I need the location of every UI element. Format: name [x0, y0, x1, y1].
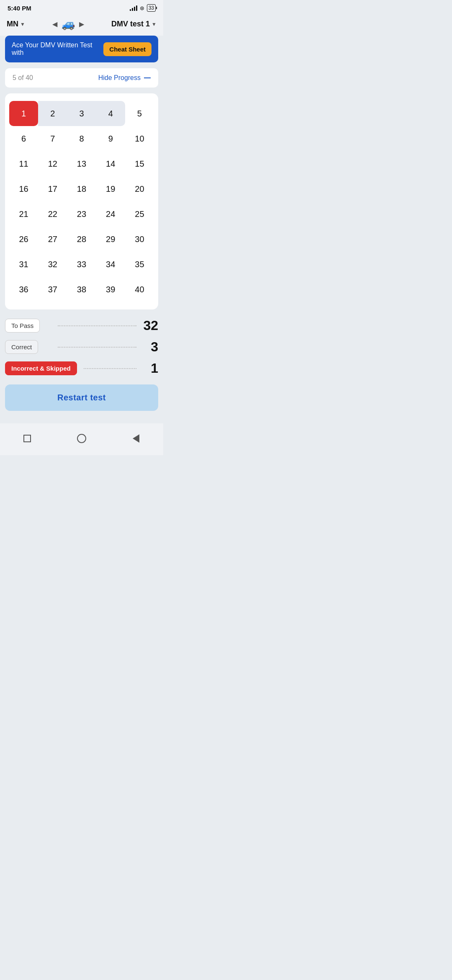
home-button[interactable]	[19, 430, 36, 447]
correct-label-container: Correct	[5, 340, 51, 354]
status-icons: ⊛ 33	[130, 4, 156, 12]
promo-banner: Ace Your DMV Written Test with Cheat She…	[5, 36, 158, 62]
cheat-sheet-button[interactable]: Cheat Sheet	[103, 42, 152, 56]
square-icon	[23, 435, 31, 442]
question-cell-37[interactable]: 37	[38, 277, 67, 302]
question-cell-32[interactable]: 32	[38, 252, 67, 277]
region-label: MN	[7, 20, 18, 28]
question-cell-38[interactable]: 38	[67, 277, 96, 302]
stats-section: To Pass 32 Correct 3 Incorrect & Skipped…	[5, 318, 158, 376]
status-bar: 5:40 PM ⊛ 33	[0, 0, 163, 14]
to-pass-button: To Pass	[5, 319, 40, 333]
question-cell-7[interactable]: 7	[38, 126, 67, 151]
question-cell-27[interactable]: 27	[38, 227, 67, 252]
hide-progress-dash-icon	[144, 77, 151, 78]
question-cell-1[interactable]: 1	[9, 101, 38, 126]
question-cell-16[interactable]: 16	[9, 176, 38, 201]
car-icon: 🚙	[62, 18, 75, 31]
question-cell-12[interactable]: 12	[38, 151, 67, 176]
to-pass-dots	[58, 325, 136, 326]
question-cell-8[interactable]: 8	[67, 126, 96, 151]
correct-value: 3	[143, 339, 158, 355]
incorrect-value: 1	[143, 361, 158, 376]
incorrect-row: Incorrect & Skipped 1	[5, 361, 158, 376]
question-cell-21[interactable]: 21	[9, 201, 38, 227]
question-cell-23[interactable]: 23	[67, 201, 96, 227]
progress-row: 5 of 40 Hide Progress	[5, 68, 158, 88]
region-selector[interactable]: MN ▼	[7, 20, 25, 28]
question-cell-3[interactable]: 3	[67, 101, 96, 126]
question-cell-39[interactable]: 39	[96, 277, 125, 302]
correct-row: Correct 3	[5, 339, 158, 355]
restart-section: Restart test	[5, 384, 158, 411]
circle-icon	[77, 434, 86, 443]
to-pass-label-container: To Pass	[5, 319, 51, 333]
question-cell-10[interactable]: 10	[125, 126, 154, 151]
test-name-label: DMV test 1	[111, 20, 150, 28]
question-grid: 1234567891011121314151617181920212223242…	[9, 101, 154, 302]
question-cell-15[interactable]: 15	[125, 151, 154, 176]
question-cell-25[interactable]: 25	[125, 201, 154, 227]
incorrect-dots	[84, 368, 136, 369]
progress-label: 5 of 40	[13, 74, 33, 82]
question-cell-9[interactable]: 9	[96, 126, 125, 151]
question-cell-31[interactable]: 31	[9, 252, 38, 277]
question-cell-33[interactable]: 33	[67, 252, 96, 277]
incorrect-label-container: Incorrect & Skipped	[5, 361, 77, 375]
question-cell-20[interactable]: 20	[125, 176, 154, 201]
question-cell-13[interactable]: 13	[67, 151, 96, 176]
question-cell-22[interactable]: 22	[38, 201, 67, 227]
prev-button[interactable]: ◀	[52, 20, 57, 28]
nav-center: ◀ 🚙 ▶	[52, 18, 84, 31]
bottom-nav	[0, 423, 163, 455]
question-cell-11[interactable]: 11	[9, 151, 38, 176]
hide-progress-button[interactable]: Hide Progress	[98, 74, 151, 82]
question-cell-18[interactable]: 18	[67, 176, 96, 201]
banner-text: Ace Your DMV Written Test with	[12, 41, 103, 57]
to-pass-value: 32	[143, 318, 158, 333]
back-button[interactable]	[128, 430, 144, 447]
hide-progress-label: Hide Progress	[98, 74, 141, 82]
question-cell-30[interactable]: 30	[125, 227, 154, 252]
region-chevron-icon: ▼	[20, 21, 25, 27]
wifi-icon: ⊛	[140, 5, 144, 11]
question-cell-34[interactable]: 34	[96, 252, 125, 277]
test-selector[interactable]: DMV test 1 ▼	[111, 20, 157, 28]
question-cell-36[interactable]: 36	[9, 277, 38, 302]
question-cell-14[interactable]: 14	[96, 151, 125, 176]
correct-button: Correct	[5, 340, 38, 354]
top-nav: MN ▼ ◀ 🚙 ▶ DMV test 1 ▼	[0, 14, 163, 36]
next-button[interactable]: ▶	[79, 20, 84, 28]
question-cell-24[interactable]: 24	[96, 201, 125, 227]
battery-icon: 33	[147, 4, 156, 12]
question-cell-28[interactable]: 28	[67, 227, 96, 252]
incorrect-button: Incorrect & Skipped	[5, 361, 77, 375]
back-home-button[interactable]	[73, 430, 90, 447]
question-cell-6[interactable]: 6	[9, 126, 38, 151]
question-cell-17[interactable]: 17	[38, 176, 67, 201]
question-cell-35[interactable]: 35	[125, 252, 154, 277]
question-grid-container: 1234567891011121314151617181920212223242…	[5, 93, 158, 309]
question-cell-5[interactable]: 5	[125, 101, 154, 126]
to-pass-row: To Pass 32	[5, 318, 158, 333]
question-cell-40[interactable]: 40	[125, 277, 154, 302]
signal-icon	[130, 5, 137, 11]
question-cell-4[interactable]: 4	[96, 101, 125, 126]
question-cell-29[interactable]: 29	[96, 227, 125, 252]
question-cell-26[interactable]: 26	[9, 227, 38, 252]
status-time: 5:40 PM	[8, 5, 31, 12]
back-arrow-icon	[133, 434, 139, 443]
question-cell-2[interactable]: 2	[38, 101, 67, 126]
test-chevron-icon: ▼	[152, 21, 157, 27]
question-cell-19[interactable]: 19	[96, 176, 125, 201]
correct-dots	[58, 347, 136, 348]
restart-button[interactable]: Restart test	[5, 384, 158, 411]
